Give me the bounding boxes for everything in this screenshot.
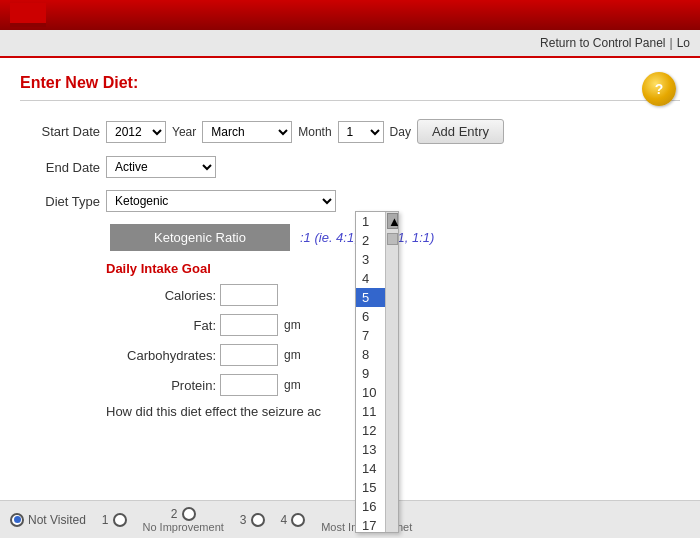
day-item-9[interactable]: 9 <box>356 364 385 383</box>
no-improvement-label: No Improvement <box>143 521 224 533</box>
keto-ratio-row: Ketogenic Ratio :1 (ie. 4:1, 3:1, 2:1, 1… <box>20 224 680 251</box>
coin-icon: ? <box>642 72 676 106</box>
logout-link[interactable]: Lo <box>677 36 690 50</box>
rating-2-group: 2 No Improvement <box>143 507 224 533</box>
dropdown-scrollbar[interactable]: ▲ ▼ <box>385 212 398 532</box>
rating-3-group: 3 <box>240 513 265 527</box>
fat-input[interactable] <box>220 314 278 336</box>
fat-label: Fat: <box>106 318 216 333</box>
add-entry-button[interactable]: Add Entry <box>417 119 504 144</box>
day-item-15[interactable]: 15 <box>356 478 385 497</box>
day-item-1[interactable]: 1 <box>356 212 385 231</box>
page-title: Enter New Diet: <box>20 74 680 101</box>
day-item-2[interactable]: 2 <box>356 231 385 250</box>
protein-unit: gm <box>284 378 301 392</box>
day-label: Day <box>390 125 411 139</box>
calories-label: Calories: <box>106 288 216 303</box>
scrollbar-thumb[interactable] <box>387 233 398 245</box>
rating-2-option[interactable]: 2 <box>171 507 196 521</box>
keto-ratio-button[interactable]: Ketogenic Ratio <box>110 224 290 251</box>
day-item-16[interactable]: 16 <box>356 497 385 516</box>
day-item-4[interactable]: 4 <box>356 269 385 288</box>
rating-4-label: 4 <box>281 513 288 527</box>
rating-4-option[interactable]: 4 <box>281 513 306 527</box>
diet-type-label: Diet Type <box>20 194 100 209</box>
protein-input[interactable] <box>220 374 278 396</box>
rating-bar: Not Visited 1 2 No Improvement 3 4 <box>0 500 700 538</box>
diet-type-select[interactable]: Ketogenic Atkins Other <box>106 190 336 212</box>
diet-type-row: Diet Type Ketogenic Atkins Other <box>20 190 680 212</box>
day-item-11[interactable]: 11 <box>356 402 385 421</box>
day-select[interactable]: 1 <box>338 121 384 143</box>
day-item-3[interactable]: 3 <box>356 250 385 269</box>
nav-separator: | <box>670 36 673 50</box>
protein-label: Protein: <box>106 378 216 393</box>
day-item-6[interactable]: 6 <box>356 307 385 326</box>
scrollbar-up-arrow[interactable]: ▲ <box>387 213 398 229</box>
rating-1-option[interactable]: 1 <box>102 513 127 527</box>
rating-1-label: 1 <box>102 513 109 527</box>
rating-3-option[interactable]: 3 <box>240 513 265 527</box>
year-label: Year <box>172 125 196 139</box>
nav-bar: Return to Control Panel | Lo <box>0 30 700 58</box>
top-bar <box>0 0 700 30</box>
day-item-10[interactable]: 10 <box>356 383 385 402</box>
day-item-17[interactable]: 17 <box>356 516 385 532</box>
day-item-5[interactable]: 5 <box>356 288 385 307</box>
calories-input[interactable] <box>220 284 278 306</box>
year-select[interactable]: 2012 2011 2013 <box>106 121 166 143</box>
day-item-8[interactable]: 8 <box>356 345 385 364</box>
end-date-row: End Date Active Custom Date <box>20 156 680 178</box>
rating-4-group: 4 <box>281 513 306 527</box>
not-visited-radio[interactable] <box>10 513 24 527</box>
month-label: Month <box>298 125 331 139</box>
return-to-control-panel-link[interactable]: Return to Control Panel <box>540 36 665 50</box>
month-select[interactable]: January February March April May <box>202 121 292 143</box>
not-visited-label: Not Visited <box>28 513 86 527</box>
day-dropdown[interactable]: 1 2 3 4 5 6 7 8 9 10 11 12 13 14 15 16 1 <box>355 211 399 533</box>
day-item-13[interactable]: 13 <box>356 440 385 459</box>
rating-1-group: 1 <box>102 513 127 527</box>
day-item-12[interactable]: 12 <box>356 421 385 440</box>
main-content: ? Enter New Diet: Start Date 2012 2011 2… <box>0 58 700 538</box>
day-dropdown-list: 1 2 3 4 5 6 7 8 9 10 11 12 13 14 15 16 1 <box>356 212 398 532</box>
carb-unit: gm <box>284 348 301 362</box>
end-date-label: End Date <box>20 160 100 175</box>
rating-3-radio[interactable] <box>251 513 265 527</box>
start-date-label: Start Date <box>20 124 100 139</box>
start-date-row: Start Date 2012 2011 2013 Year January F… <box>20 119 680 144</box>
rating-3-label: 3 <box>240 513 247 527</box>
rating-1-radio[interactable] <box>113 513 127 527</box>
day-item-7[interactable]: 7 <box>356 326 385 345</box>
carbohydrates-input[interactable] <box>220 344 278 366</box>
fat-unit: gm <box>284 318 301 332</box>
rating-2-label: 2 <box>171 507 178 521</box>
rating-2-radio[interactable] <box>182 507 196 521</box>
not-visited-option[interactable]: Not Visited <box>10 513 86 527</box>
carbohydrates-label: Carbohydrates: <box>106 348 216 363</box>
day-item-14[interactable]: 14 <box>356 459 385 478</box>
rating-4-radio[interactable] <box>291 513 305 527</box>
end-date-select[interactable]: Active Custom Date <box>106 156 216 178</box>
